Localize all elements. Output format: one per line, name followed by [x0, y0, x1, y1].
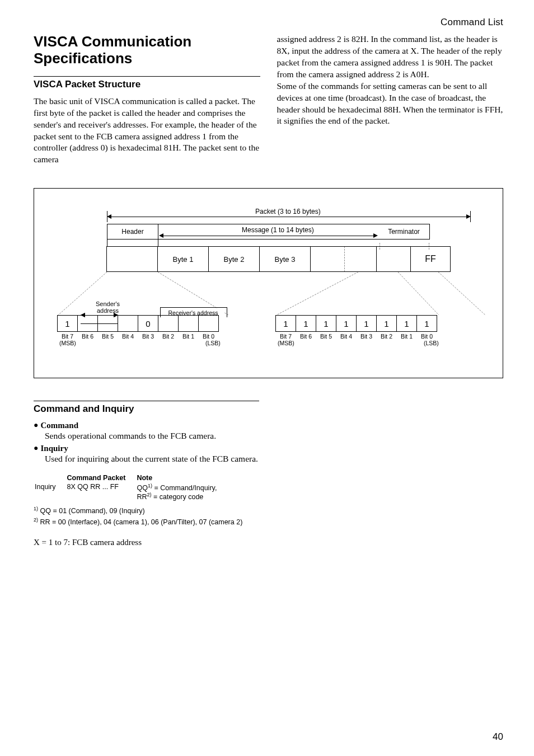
- page-title: VISCA Communication Specifications: [34, 34, 260, 67]
- x-note: X = 1 to 7: FCB camera address: [34, 538, 259, 547]
- diagram-lsb-label2: (LSB): [424, 340, 439, 346]
- diagram-bit-label: Bit 0: [416, 333, 437, 340]
- diagram-header-box: Header: [107, 224, 158, 240]
- diagram-bit-cell: 1: [416, 315, 437, 332]
- diagram-bit-cell: [118, 315, 138, 332]
- diagram-bit-label: Bit 2: [158, 333, 179, 340]
- diagram-message-label: Message (1 to 14 bytes): [242, 226, 314, 234]
- diagram-bit-cell: 1: [57, 315, 78, 332]
- bullet-desc-inquiry: Used for inquiring about the current sta…: [45, 453, 259, 465]
- diagram-bit-label: Bit 4: [118, 333, 138, 340]
- section-heading-packet: VISCA Packet Structure: [34, 79, 260, 90]
- left-paragraph: The basic unit of VISCA communication is…: [34, 96, 260, 166]
- diagram-terminator-box: Terminator: [378, 224, 430, 240]
- diagram-lsb-label: (LSB): [205, 340, 221, 346]
- bullet-inquiry: ● Inquiry: [34, 443, 259, 453]
- diagram-bit-label: Bit 1: [396, 333, 417, 340]
- table-row-label: Inquiry: [35, 483, 66, 501]
- diagram-ff-byte: FF: [410, 246, 451, 272]
- diagram-message-box: Message (1 to 14 bytes): [158, 224, 379, 240]
- diagram-header-bits: 1 0: [58, 315, 219, 332]
- section-heading-command-inquiry: Command and Inquiry: [34, 403, 259, 415]
- section-rule: [34, 76, 260, 77]
- diagram-msb-label2: (MSB): [278, 340, 294, 346]
- table-header-packet: Command Packet: [67, 474, 136, 482]
- bullet-command: ● Command: [34, 420, 259, 430]
- diagram-bit-cell: 1: [296, 315, 316, 332]
- svg-line-2: [277, 272, 358, 315]
- diagram-bit-cell: 1: [396, 315, 417, 332]
- diagram-bit-label: Bit 7: [275, 333, 296, 340]
- diagram-byte1: Byte 1: [157, 246, 209, 272]
- diagram-bit-cell: 1: [316, 315, 336, 332]
- bullet-label-inquiry: Inquiry: [40, 444, 68, 453]
- diagram-bit-label: Bit 5: [316, 333, 336, 340]
- diagram-bit-label: Bit 7: [57, 333, 78, 340]
- diagram-bit-cell: 1: [336, 315, 357, 332]
- packet-diagram: Packet (3 to 16 bytes) Header Message (1…: [34, 188, 503, 378]
- svg-line-4: [438, 272, 485, 315]
- command-packet-table: Command Packet Note Inquiry 8X QQ RR ...…: [34, 473, 228, 502]
- diagram-bit-cell: [178, 315, 199, 332]
- svg-line-3: [398, 272, 439, 315]
- right-paragraph: assigned address 2 is 82H. In the comman…: [277, 34, 504, 127]
- table-row-packet: 8X QQ RR ... FF: [67, 483, 136, 501]
- bullet-icon: ●: [34, 444, 38, 452]
- diagram-bit-cell: [198, 315, 219, 332]
- diagram-bit-label: Bit 3: [138, 333, 158, 340]
- diagram-bit-cell: [158, 315, 179, 332]
- bullet-label-command: Command: [40, 421, 78, 430]
- diagram-byte3: Byte 3: [259, 246, 311, 272]
- diagram-byte-blank2: [344, 246, 377, 272]
- table-row-note: QQ1) = Command/Inquiry, RR2) = category …: [137, 483, 227, 501]
- diagram-guide-lines-right: [275, 271, 488, 316]
- page-number: 40: [493, 731, 503, 743]
- diagram-packet-label: Packet (3 to 16 bytes): [255, 208, 321, 215]
- bullet-icon: ●: [34, 421, 38, 429]
- bullet-desc-command: Sends operational commands to the FCB ca…: [45, 430, 259, 442]
- diagram-bit-label: Bit 2: [376, 333, 397, 340]
- footnotes: 1) QQ = 01 (Command), 09 (Inquiry) 2) RR…: [34, 505, 259, 527]
- diagram-bit-label: Bit 6: [296, 333, 316, 340]
- diagram-ff-bit-labels: Bit 7 Bit 6 Bit 5 Bit 4 Bit 3 Bit 2 Bit …: [276, 333, 437, 340]
- running-head: Command List: [34, 17, 503, 28]
- diagram-byte-blank3: [376, 246, 411, 272]
- diagram-msb-label: (MSB): [59, 340, 76, 346]
- diagram-receiver-addr-box: [160, 307, 227, 317]
- diagram-senders-address-label: Sender's address: [96, 300, 120, 314]
- diagram-bit-label: Bit 1: [178, 333, 199, 340]
- diagram-bit-cell: 0: [138, 315, 158, 332]
- table-header-note: Note: [137, 474, 227, 482]
- diagram-header-byte: [106, 246, 158, 272]
- diagram-bit-label: Bit 5: [97, 333, 118, 340]
- diagram-ff-bits: 1 1 1 1 1 1 1 1: [276, 315, 437, 332]
- diagram-byte-blank1: [310, 246, 345, 272]
- section-rule: [34, 401, 259, 401]
- diagram-byte2: Byte 2: [208, 246, 260, 272]
- diagram-bit-label: Bit 3: [356, 333, 377, 340]
- diagram-bit-label: Bit 6: [77, 333, 98, 340]
- diagram-bit-cell: 1: [356, 315, 377, 332]
- diagram-bit-cell: 1: [376, 315, 397, 332]
- diagram-bit-label: Bit 0: [198, 333, 219, 340]
- diagram-bit-label: Bit 4: [336, 333, 357, 340]
- diagram-header-bit-labels: Bit 7 Bit 6 Bit 5 Bit 4 Bit 3 Bit 2 Bit …: [58, 333, 219, 340]
- diagram-bit-cell: 1: [275, 315, 296, 332]
